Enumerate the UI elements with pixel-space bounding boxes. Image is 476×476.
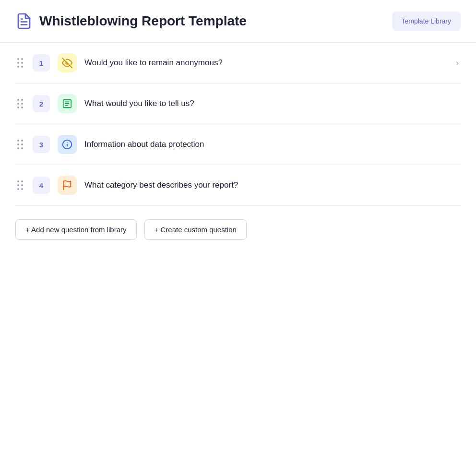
table-row: 1 Would you like to remain anonymous? ›: [15, 43, 461, 83]
drag-dot: [21, 103, 23, 105]
question-number: 4: [33, 177, 50, 194]
header-left: Whistleblowing Report Template: [15, 12, 247, 30]
drag-handle[interactable]: [15, 138, 25, 151]
table-row: 2 What would you like to tell us?: [15, 83, 461, 124]
question-icon-list: [58, 94, 77, 113]
drag-dot: [17, 62, 19, 64]
drag-dot: [21, 188, 23, 190]
drag-dot: [17, 107, 19, 108]
action-buttons-container: + Add new question from library + Create…: [15, 206, 461, 240]
create-custom-question-button[interactable]: + Create custom question: [144, 219, 247, 240]
drag-dot: [21, 62, 23, 64]
drag-dot: [21, 107, 23, 108]
drag-dot: [17, 103, 19, 105]
drag-dot: [17, 140, 19, 142]
drag-handle[interactable]: [15, 97, 25, 110]
drag-dot: [21, 58, 23, 60]
drag-dot: [17, 143, 19, 145]
questions-list: 1 Would you like to remain anonymous? ›: [0, 43, 476, 240]
drag-dot: [21, 99, 23, 101]
drag-dot: [17, 188, 19, 190]
drag-dot: [17, 58, 19, 60]
drag-dot: [21, 143, 23, 145]
table-row: 3 Information about data protection: [15, 124, 461, 165]
drag-dot: [21, 147, 23, 149]
drag-dot: [17, 99, 19, 101]
document-icon: [15, 12, 33, 30]
question-text: Would you like to remain anonymous?: [84, 58, 446, 68]
page-header: Whistleblowing Report Template Template …: [0, 0, 476, 43]
template-library-button[interactable]: Template Library: [392, 12, 461, 31]
drag-dot: [21, 180, 23, 182]
question-text: What category best describes your report…: [84, 180, 461, 190]
page-title: Whistleblowing Report Template: [39, 13, 247, 29]
drag-dot: [21, 140, 23, 142]
question-icon-flag: [58, 176, 77, 195]
question-text: What would you like to tell us?: [84, 99, 461, 108]
question-icon-info: [58, 135, 77, 154]
question-number: 3: [33, 136, 50, 153]
drag-dot: [17, 180, 19, 182]
add-from-library-button[interactable]: + Add new question from library: [15, 219, 137, 240]
question-text: Information about data protection: [84, 140, 461, 149]
drag-dot: [17, 184, 19, 186]
question-number: 1: [33, 54, 50, 71]
table-row: 4 What category best describes your repo…: [15, 165, 461, 206]
drag-handle[interactable]: [15, 178, 25, 192]
drag-dot: [21, 66, 23, 68]
expand-button[interactable]: ›: [454, 56, 461, 70]
drag-handle[interactable]: [15, 56, 25, 70]
question-icon-eye-off: [58, 53, 77, 72]
drag-dot: [17, 66, 19, 68]
drag-dot: [21, 184, 23, 186]
question-number: 2: [33, 95, 50, 112]
drag-dot: [17, 147, 19, 149]
